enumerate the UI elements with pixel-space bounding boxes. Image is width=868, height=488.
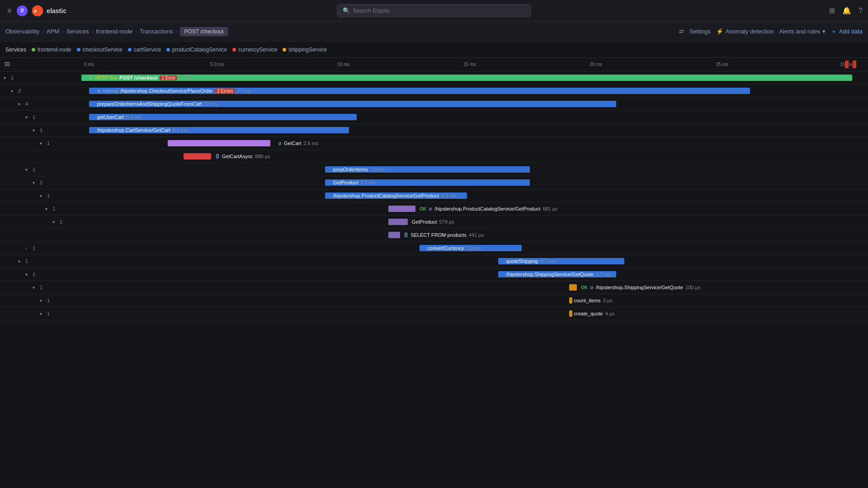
search-input[interactable] [353,7,525,14]
search-icon: 🔍 [343,7,350,14]
span-label-18: count_items 3 μs [574,298,612,303]
grpc-icon-17: ⊘ [590,285,594,290]
dot-frontend-node [32,48,35,52]
expand-17[interactable]: ▾ [33,285,38,290]
expand-5[interactable]: ▾ [33,128,38,133]
elastic-logo[interactable]: e elastic [31,5,66,17]
service-frontend-node[interactable]: frontend-node [32,47,71,53]
row-right-5: /hipstershop.CartService/GetCart 8.1 ms [81,124,868,136]
settings-button[interactable]: Settings [689,28,711,35]
help-icon[interactable]: ? [859,7,863,15]
service-product[interactable]: productCatalogService [166,47,227,53]
trace-row-12: ▾ 1 GetProduct 579 μs [0,216,868,229]
nav-right: ⊞ 🔔 ? [829,6,863,15]
service-cart[interactable]: cartService [128,47,161,53]
row-right-10: /hipstershop.ProductCatalogService/GetPr… [81,189,868,202]
time-val-11: 681 μs [542,206,557,211]
count-19: 1 [47,311,52,316]
expand-15[interactable]: ▾ [18,259,24,264]
row-left-11: ▾ 1 [0,206,81,211]
time-val-14: 3.3 ms [466,245,481,251]
row-left-12: ▾ 1 [0,219,81,225]
time-val-16: 3.7 ms [596,272,611,277]
breadcrumb-actions: ⇄ Settings ⚡ Anomaly detection Alerts an… [679,28,863,36]
trace-row-8: ▾ 1 prepOrderItems 7.3 ms [0,163,868,176]
row-right-15: quoteShipping 3.7 ms [81,255,868,267]
tick-0: 0 ms [84,62,94,67]
span-name-2: /hipstershop.CheckoutService/PlaceOrder [120,88,213,94]
expand-4[interactable]: ▾ [25,115,31,120]
count-4: 1 [33,114,38,120]
trace-row-14: › 1 convertCurrency 3.3 ms [0,242,868,255]
span-name-8: prepOrderItems [333,167,368,172]
breadcrumb-transactions[interactable]: Transactions [140,28,173,35]
trace-row-7: 🗄 GetCartAsync 880 μs [0,150,868,163]
span-name-10: /hipstershop.ProductCatalogService/GetPr… [333,193,439,198]
row-right-11: OK ⊘ /hipstershop.ProductCatalogService/… [81,202,868,215]
compare-button[interactable]: ⇄ [679,28,684,35]
expand-6[interactable]: ▾ [40,141,45,146]
span-name-16: /hipstershop.ShippingService/GetQuote [506,272,594,277]
dot-shipping [283,48,286,52]
service-checkout[interactable]: checkoutService [77,47,123,53]
anomaly-button[interactable]: ⚡ Anomaly detection [716,28,774,35]
tick-4: 20 ms [590,62,602,67]
expand-11[interactable]: ▾ [45,206,51,211]
row-left-6: ▾ 1 [0,141,81,146]
span-label-17: OK ⊘ /hipstershop.ShippingService/GetQuo… [581,285,700,290]
expand-2[interactable]: ▾ [11,89,16,94]
timeline-marker-2 [853,61,856,68]
span-bar-18 [569,297,572,304]
error-badge-1: 1 Error [160,75,177,80]
span-label-7: 🗄 GetCartAsync 880 μs [215,154,270,159]
expand-9[interactable]: ▾ [33,180,38,185]
expand-14[interactable]: › [25,246,31,251]
breadcrumb-post-checkout[interactable]: POST /checkout [180,27,227,36]
count-12: 1 [60,219,65,225]
expand-3[interactable]: ▾ [18,102,24,107]
internal-label: Internal [103,89,118,94]
expand-19[interactable]: ▾ [40,311,45,316]
alerts-button[interactable]: Alerts and rules ▾ [779,28,826,35]
row-left-5: ▾ 1 [0,127,81,133]
count-2: 2 [18,88,24,94]
breadcrumb-observability[interactable]: Observability [5,28,39,35]
expand-12[interactable]: ▾ [52,220,58,225]
add-data-button[interactable]: ＋ Add data [831,28,863,36]
expand-10[interactable]: ▾ [40,193,45,198]
time-val-15: 3.7 ms [540,258,555,264]
trace-row-19: ▾ 1 create_quote 4 μs [0,307,868,320]
grid-icon[interactable]: ⊞ [829,6,835,15]
db-icon-13: 🗄 [404,233,408,238]
expand-16[interactable]: ▾ [25,272,31,277]
user-avatar[interactable]: D [17,5,28,16]
bell-icon[interactable]: 🔔 [842,6,851,15]
service-shipping[interactable]: shippingService [283,47,327,53]
grpc-icon-6: ⊘ [278,141,282,146]
expand-1[interactable]: ▾ [4,75,9,80]
trace-row-13: 🗄 SELECT FROM products 441 μs [0,229,868,242]
timeline-reset[interactable] [4,60,11,69]
span-bar-6 [168,140,270,146]
breadcrumb-frontend-node[interactable]: frontend-node [96,28,132,35]
time-val-19: 4 μs [605,311,614,316]
tick-5: 25 ms [716,62,728,67]
expand-18[interactable]: ▾ [40,298,45,303]
breadcrumb-services[interactable]: Services [66,28,89,35]
service-currency[interactable]: currencyService [232,47,277,53]
trace-container: ▾ 1 ✕ HTTP 5xx POST /checkout 1 Error 31… [0,71,868,488]
span-bar-1 [81,75,852,81]
span-name-18: count_items [574,298,600,303]
breadcrumb-sep-1: › [62,29,64,34]
time-val-10: 4.0 ms [441,193,456,198]
row-right-6: ⊘ GetCart 2.6 ms [81,137,868,150]
dot-currency [232,48,236,52]
row-left-2: ▾ 2 [0,88,81,94]
expand-8[interactable]: ▾ [25,167,31,172]
hamburger-menu[interactable]: ≡ [5,5,13,17]
count-9: 2 [40,180,45,185]
search-bar[interactable]: 🔍 [337,4,531,17]
breadcrumb-apm[interactable]: APM [47,28,59,35]
tick-1: 5.0 ms [210,62,224,67]
dot-cart [128,48,132,52]
